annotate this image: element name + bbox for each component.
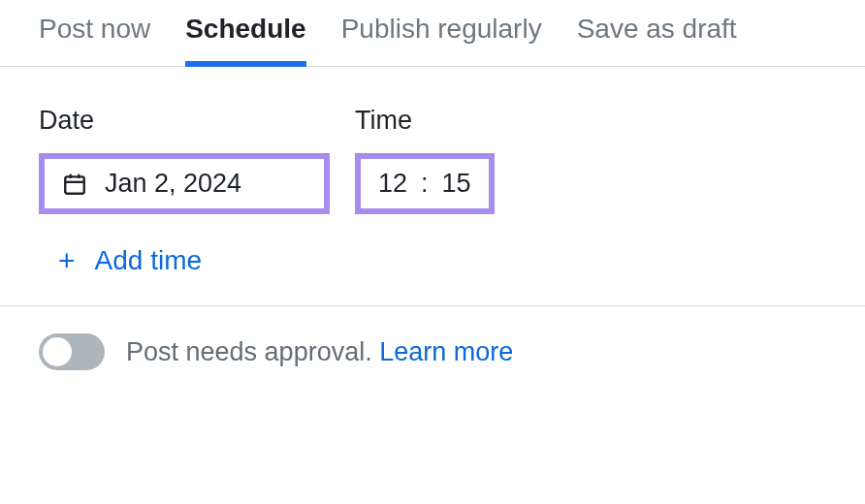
add-time-button[interactable]: + Add time [39, 245, 826, 276]
time-hour[interactable]: 12 [378, 169, 407, 199]
time-label: Time [355, 106, 495, 136]
time-field: Time 12 : 15 [355, 106, 495, 214]
datetime-row: Date Jan 2, 2024 Time 12 : 15 [39, 106, 826, 214]
date-label: Date [39, 106, 330, 136]
approval-row: Post needs approval. Learn more [0, 306, 865, 397]
tab-save-as-draft[interactable]: Save as draft [577, 14, 737, 66]
calendar-icon [62, 171, 87, 198]
date-input[interactable]: Jan 2, 2024 [39, 153, 330, 214]
tab-schedule[interactable]: Schedule [185, 14, 305, 66]
time-input[interactable]: 12 : 15 [355, 153, 495, 214]
time-minute[interactable]: 15 [442, 169, 471, 199]
tab-post-now[interactable]: Post now [39, 14, 150, 66]
time-inner: 12 : 15 [378, 169, 471, 199]
schedule-panel: Date Jan 2, 2024 Time 12 : 15 [0, 67, 865, 305]
tab-publish-regularly[interactable]: Publish regularly [341, 14, 542, 66]
toggle-knob [43, 337, 72, 366]
svg-rect-0 [65, 176, 84, 193]
add-time-label: Add time [95, 245, 203, 276]
plus-icon: + [58, 246, 76, 275]
approval-text-wrap: Post needs approval. Learn more [126, 337, 513, 367]
approval-text: Post needs approval. [126, 337, 379, 366]
date-value: Jan 2, 2024 [105, 169, 241, 199]
time-sep: : [421, 169, 429, 199]
tabs: Post now Schedule Publish regularly Save… [0, 0, 865, 67]
learn-more-link[interactable]: Learn more [379, 337, 513, 366]
date-field: Date Jan 2, 2024 [39, 106, 330, 214]
approval-toggle[interactable] [39, 333, 105, 370]
